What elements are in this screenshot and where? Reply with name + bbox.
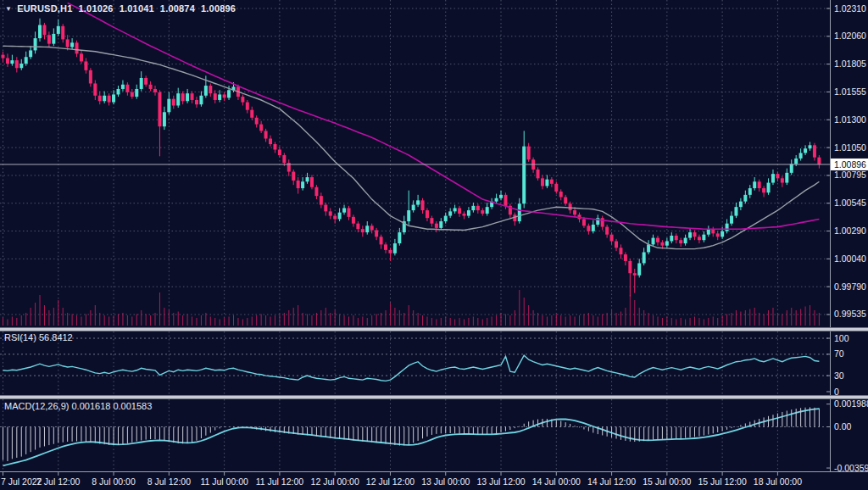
time-tick-label: 11 Jul 12:00 [256,476,304,487]
time-tick-label: 14 Jul 12:00 [587,476,636,487]
price-tick-label: 0.99790 [834,281,866,292]
price-tick-label: 1.01805 [834,58,866,69]
rsi-tick-label: 70 [834,348,844,359]
time-tick-label: 7 Jul 12:00 [36,476,81,487]
price-tick-label: 0.99535 [834,309,866,319]
macd-tick-label: -0.003597 [834,463,868,473]
price-tick-label: 1.00290 [834,226,866,236]
pane-separator[interactable] [0,327,868,331]
price-tick-label: 1.00545 [834,198,866,208]
time-tick-label: 11 Jul 00:00 [200,476,248,487]
price-tick-label: 1.01050 [834,142,866,153]
svg-text:1.00896: 1.00896 [834,159,866,170]
rsi-tick-label: 100 [834,333,849,343]
time-tick-label: 13 Jul 12:00 [476,476,525,487]
time-tick-label: 8 Jul 00:00 [92,476,136,487]
price-tick-label: 1.01555 [834,86,866,97]
rsi-tick-label: 30 [834,370,844,381]
time-tick-label: 8 Jul 12:00 [147,476,192,487]
time-tick-label: 12 Jul 00:00 [311,476,359,487]
time-tick-label: 13 Jul 00:00 [421,476,470,487]
pane-separator[interactable] [0,395,868,399]
price-tick-label: 1.00040 [834,253,866,264]
price-tick-label: 1.00795 [834,170,866,180]
price-tick-label: 1.01300 [834,114,866,125]
current-price-badge: 1.00896 [831,159,868,170]
macd-tick-label: 0.001988 [834,398,868,409]
main-pane-surface[interactable] [0,0,830,327]
macd-pane-surface[interactable] [0,399,830,471]
macd-tick-label: 0.00 [834,421,852,432]
price-tick-label: 1.02310 [834,3,866,14]
price-tick-label: 1.02060 [834,31,866,41]
time-tick-label: 14 Jul 00:00 [532,476,581,487]
time-tick-label: 18 Jul 00:00 [754,476,802,487]
chart-canvas[interactable]: 1.008961.023101.020601.018051.015551.013… [0,0,868,490]
time-tick-label: 12 Jul 12:00 [366,476,415,487]
trading-chart-window: 1.008961.023101.020601.018051.015551.013… [0,0,868,490]
time-tick-label: 15 Jul 00:00 [643,476,691,487]
time-tick-label: 15 Jul 12:00 [698,476,747,487]
